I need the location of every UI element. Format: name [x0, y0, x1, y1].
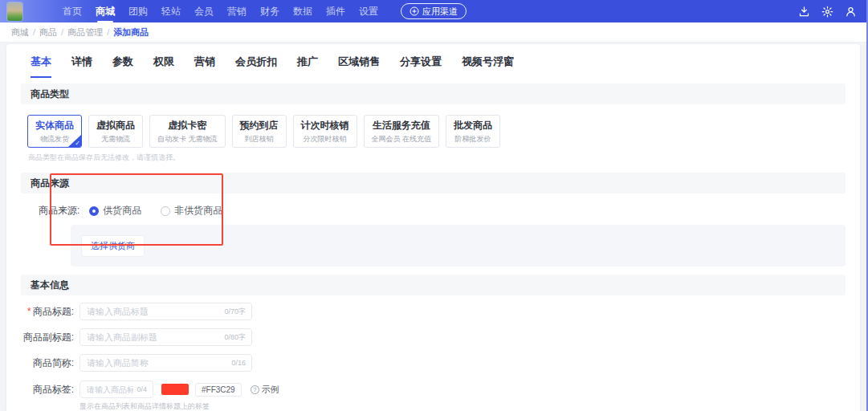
type-card-title: 实体商品 — [35, 119, 74, 132]
radio-label: 供货商品 — [103, 204, 141, 218]
breadcrumb-separator: / — [61, 27, 63, 37]
app-logo — [7, 2, 22, 21]
form-row-subtitle: 商品副标题: 0/80字 — [21, 328, 846, 346]
type-card-title: 虚拟卡密 — [157, 119, 218, 132]
user-icon[interactable] — [845, 6, 857, 18]
tag-color-hex-field[interactable]: #FF3C29 — [195, 383, 242, 397]
breadcrumb-goods[interactable]: 商品 — [39, 26, 57, 39]
nav-item-members[interactable]: 会员 — [193, 1, 215, 22]
subtitle-input-wrap: 0/80字 — [79, 328, 252, 346]
type-card-physical[interactable]: 实体商品 物流发货 — [27, 115, 82, 148]
breadcrumb-separator: / — [107, 27, 109, 37]
tab-marketing[interactable]: 营销 — [194, 55, 215, 78]
type-card-title: 批发商品 — [454, 119, 492, 132]
help-icon: ? — [251, 385, 259, 394]
tab-detail[interactable]: 详情 — [71, 55, 92, 78]
tab-video-float[interactable]: 视频号浮窗 — [462, 55, 514, 78]
tab-promotion[interactable]: 推广 — [297, 55, 318, 78]
title-counter: 0/70字 — [224, 307, 246, 317]
type-card-subtitle: 全网会员 在线充值 — [372, 134, 432, 144]
nav-item-finance[interactable]: 财务 — [259, 1, 281, 22]
top-right-icons — [798, 6, 857, 18]
tab-bar: 基本 详情 参数 权限 营销 会员折扣 推广 区域销售 分享设置 视频号浮窗 — [21, 44, 846, 78]
section-product-source: 商品来源 — [21, 173, 846, 193]
subtitle-counter: 0/80字 — [224, 332, 246, 343]
type-card-subtitle: 分次限时核销 — [301, 134, 349, 144]
type-card-reservation[interactable]: 预约到店 到店核销 — [232, 115, 287, 148]
form-row-short-name: 商品简称: 0/16 — [21, 354, 846, 372]
tag-input-wrap: 0/4 — [79, 380, 153, 398]
content-card: 基本 详情 参数 权限 营销 会员折扣 推广 区域销售 分享设置 视频号浮窗 商… — [6, 44, 860, 411]
nav-item-mall[interactable]: 商城 — [94, 1, 116, 22]
tag-color-swatch[interactable] — [161, 384, 189, 395]
subtitle-label: 商品副标题: — [21, 331, 74, 344]
section-basic-info: 基本信息 — [21, 275, 846, 295]
tab-region-sales[interactable]: 区域销售 — [338, 55, 380, 78]
choose-supplier-button[interactable]: 选择供货商 — [81, 235, 145, 257]
form-row-tag: 商品标签: 0/4 #FF3C29 ? 示例 — [21, 380, 846, 398]
product-type-cards: 实体商品 物流发货 虚拟商品 无需物流 虚拟卡密 自动发卡 无需物流 预约到店 … — [27, 115, 846, 148]
tag-label: 商品标签: — [21, 383, 74, 397]
channel-icon — [410, 6, 419, 16]
type-card-subtitle: 到店核销 — [240, 134, 279, 144]
section-product-type: 商品类型 — [21, 83, 846, 104]
title-label: 商品标题: — [21, 305, 74, 319]
tab-basic[interactable]: 基本 — [31, 55, 51, 78]
app-window: 首页 商城 团购 轻站 会员 营销 财务 数据 插件 设置 应用渠道 — [0, 0, 868, 411]
title-input-wrap: 0/70字 — [79, 303, 252, 320]
breadcrumb-mall[interactable]: 商城 — [11, 26, 29, 39]
app-channel-label: 应用渠道 — [422, 6, 458, 18]
breadcrumb-goods-manage[interactable]: 商品管理 — [67, 26, 103, 39]
top-nav: 首页 商城 团购 轻站 会员 营销 财务 数据 插件 设置 — [61, 1, 380, 22]
short-name-input[interactable] — [79, 354, 252, 372]
breadcrumb-current: 添加商品 — [113, 26, 149, 39]
product-source-row: 商品来源: 供货商品 非供货商品 — [39, 204, 846, 218]
tab-params[interactable]: 参数 — [112, 55, 133, 78]
type-card-life-service[interactable]: 生活服务充值 全网会员 在线充值 — [364, 115, 440, 148]
type-card-subtitle: 物流发货 — [35, 134, 74, 144]
radio-supplier-goods[interactable]: 供货商品 — [89, 204, 141, 218]
supplier-panel: 选择供货商 — [71, 225, 846, 267]
radio-label: 非供货商品 — [174, 204, 222, 218]
breadcrumb: 商城 / 商品 / 商品管理 / 添加商品 — [0, 22, 866, 43]
form-row-title: 商品标题: 0/70字 — [21, 303, 846, 320]
type-card-title: 预约到店 — [240, 119, 279, 132]
tab-permission[interactable]: 权限 — [153, 55, 174, 78]
radio-non-supplier-goods[interactable]: 非供货商品 — [161, 204, 222, 218]
type-card-subtitle: 无需物流 — [96, 134, 135, 144]
type-card-subtitle: 自动发卡 无需物流 — [157, 134, 218, 144]
nav-item-groupbuy[interactable]: 团购 — [127, 1, 149, 22]
type-card-wholesale[interactable]: 批发商品 阶梯批发价 — [446, 115, 500, 148]
type-card-title: 虚拟商品 — [96, 119, 135, 132]
gear-icon[interactable] — [821, 6, 833, 18]
nav-item-plugins[interactable]: 插件 — [324, 1, 347, 22]
short-name-input-wrap: 0/16 — [79, 354, 252, 372]
short-name-counter: 0/16 — [231, 359, 246, 367]
product-type-note: 商品类型在商品保存后无法修改，请谨慎选择。 — [28, 153, 846, 163]
top-bar: 首页 商城 团购 轻站 会员 营销 财务 数据 插件 设置 应用渠道 — [0, 0, 866, 22]
type-card-subtitle: 阶梯批发价 — [454, 134, 492, 144]
short-name-label: 商品简称: — [21, 356, 74, 370]
tag-example-label: 示例 — [262, 384, 279, 396]
download-icon[interactable] — [798, 6, 810, 18]
breadcrumb-separator: / — [33, 27, 35, 37]
type-card-virtual[interactable]: 虚拟商品 无需物流 — [88, 115, 143, 148]
nav-item-data[interactable]: 数据 — [291, 1, 314, 22]
nav-item-marketing[interactable]: 营销 — [226, 1, 248, 22]
tag-example-link[interactable]: ? 示例 — [251, 384, 279, 396]
app-channel-button[interactable]: 应用渠道 — [401, 3, 467, 19]
type-card-card-key[interactable]: 虚拟卡密 自动发卡 无需物流 — [149, 115, 226, 148]
radio-icon — [89, 206, 99, 216]
tab-member-discount[interactable]: 会员折扣 — [235, 55, 277, 78]
tag-counter: 0/4 — [137, 385, 147, 393]
nav-item-settings[interactable]: 设置 — [357, 1, 380, 22]
product-source-label: 商品来源: — [39, 204, 79, 218]
type-card-count-verify[interactable]: 计次时核销 分次限时核销 — [293, 115, 357, 148]
nav-item-lite-site[interactable]: 轻站 — [160, 1, 182, 22]
tab-share-settings[interactable]: 分享设置 — [400, 55, 442, 78]
radio-icon — [161, 206, 170, 216]
type-card-title: 生活服务充值 — [372, 119, 432, 132]
type-card-title: 计次时核销 — [301, 119, 349, 132]
tag-helper-text: 显示在商品列表和商品详情标题上的标签 — [79, 401, 846, 411]
nav-item-home[interactable]: 首页 — [61, 1, 84, 22]
